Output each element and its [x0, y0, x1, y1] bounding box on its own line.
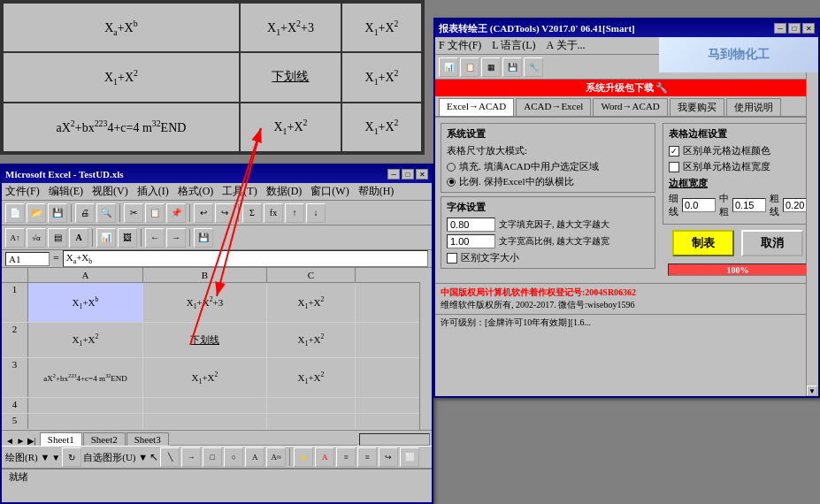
sort-asc-button[interactable]: ↑: [285, 203, 304, 223]
make-table-button[interactable]: 制表: [672, 230, 734, 256]
menu-data[interactable]: 数据(D): [266, 184, 303, 199]
border-btn[interactable]: ≡: [336, 447, 356, 467]
cell-a3[interactable]: aX2+bx2234+c=4 m32END: [28, 358, 143, 397]
bold-button[interactable]: A: [69, 228, 88, 248]
merge-btn[interactable]: ⬜: [400, 447, 419, 467]
save2-btn[interactable]: 💾: [194, 228, 213, 248]
sheet-tab-2[interactable]: Sheet2: [83, 432, 126, 446]
cell-c1[interactable]: X1+X2: [267, 283, 356, 322]
thin-input[interactable]: [682, 198, 716, 212]
cursor-btn[interactable]: ↖: [149, 451, 158, 464]
arrow-tool-btn[interactable]: →: [181, 447, 201, 467]
menu-format[interactable]: 格式(O): [178, 184, 214, 199]
img-button[interactable]: 🖼: [118, 228, 137, 248]
cell-b5[interactable]: [143, 414, 267, 429]
cell-c2[interactable]: X1+X2: [267, 323, 356, 357]
menu-view[interactable]: 视图(V): [92, 184, 128, 199]
align-btn[interactable]: ≡: [357, 447, 377, 467]
cad-close[interactable]: ✕: [802, 23, 815, 34]
tab-word-to-acad[interactable]: Word→ACAD: [593, 98, 667, 116]
open-button[interactable]: 📂: [27, 203, 46, 223]
tab-excel-to-acad[interactable]: Excel→ACAD: [439, 98, 514, 116]
sheet-tab-1[interactable]: Sheet1: [40, 432, 82, 446]
rect-btn[interactable]: □: [203, 447, 222, 467]
border-color-checkbox[interactable]: 区别单元格边框颜色: [669, 144, 807, 157]
menu-help[interactable]: 帮助(H): [358, 184, 395, 199]
line-btn[interactable]: ╲: [160, 447, 180, 467]
font-width-ratio-input[interactable]: [447, 234, 495, 248]
tab-acad-to-excel[interactable]: ACAD→Excel: [516, 98, 591, 116]
text-btn[interactable]: A: [245, 447, 264, 467]
cad-btn5[interactable]: 🔧: [524, 57, 543, 77]
fill-color-btn[interactable]: ▲: [294, 447, 313, 467]
formula-input[interactable]: Xa+Xb: [63, 250, 428, 267]
cad-btn2[interactable]: 📋: [460, 57, 479, 77]
wordart-btn[interactable]: A≈: [266, 447, 286, 467]
cell-b1[interactable]: X1+X2+3: [143, 283, 267, 322]
save-button[interactable]: 💾: [48, 203, 67, 223]
cad-btn1[interactable]: 📊: [439, 57, 458, 77]
cad-btn4[interactable]: 💾: [502, 57, 522, 77]
minimize-button[interactable]: ─: [387, 169, 400, 179]
form1-btn[interactable]: A↑: [5, 228, 25, 248]
cad-maximize[interactable]: □: [788, 23, 801, 34]
menu-insert[interactable]: 插入(I): [137, 184, 169, 199]
autoselect[interactable]: 自选图形(U) ▼: [83, 451, 148, 464]
sort-desc-button[interactable]: ↓: [306, 203, 326, 223]
menu-tools[interactable]: 工具(T): [222, 184, 257, 199]
select-btn[interactable]: ▼: [51, 453, 60, 462]
maximize-button[interactable]: □: [402, 169, 414, 179]
cell-c4[interactable]: [267, 398, 356, 413]
tab-buy[interactable]: 我要购买: [670, 98, 724, 116]
font-fill-factor-input[interactable]: [447, 218, 495, 232]
cad-menu-about[interactable]: A 关于...: [547, 38, 586, 53]
cell-a4[interactable]: [28, 398, 143, 413]
menu-file[interactable]: 文件(F): [5, 184, 40, 199]
col-header-b[interactable]: B: [143, 268, 267, 282]
sum-button[interactable]: Σ: [242, 203, 262, 223]
sheet-tab-3[interactable]: Sheet3: [126, 432, 169, 446]
fx-button[interactable]: fx: [264, 203, 283, 223]
chart-button[interactable]: 📊: [96, 228, 116, 248]
cad-btn3[interactable]: ▦: [481, 57, 501, 77]
indent-btn[interactable]: ↪: [379, 447, 398, 467]
rotate-btn[interactable]: ↻: [62, 447, 81, 467]
border-width-checkbox[interactable]: 区别单元格边框宽度: [669, 160, 807, 173]
cell-c3[interactable]: X1+X2: [267, 358, 356, 397]
paste-button[interactable]: 📌: [166, 203, 186, 223]
radio-fill[interactable]: 填充. 填满ACAD中用户选定区域: [447, 160, 649, 173]
right-btn[interactable]: →: [166, 228, 186, 248]
cancel-button[interactable]: 取消: [741, 230, 803, 256]
cell-a2[interactable]: X1+X2: [28, 323, 143, 357]
cell-reference[interactable]: A1: [5, 252, 50, 266]
col-header-a[interactable]: A: [28, 268, 143, 282]
preview-button[interactable]: 🔍: [96, 203, 116, 223]
left-btn[interactable]: ←: [145, 228, 165, 248]
redo-button[interactable]: ↪: [215, 203, 234, 223]
scrollbar-vertical[interactable]: [419, 282, 432, 430]
radio-ratio[interactable]: 比例. 保持Excel中的纵横比: [447, 175, 649, 188]
menu-edit[interactable]: 编辑(E): [49, 184, 83, 199]
cad-scrollbar[interactable]: ▲ ▼: [806, 37, 818, 396]
cell-b4[interactable]: [143, 398, 267, 413]
cell-a5[interactable]: [28, 414, 143, 429]
form2-btn[interactable]: √α: [27, 228, 46, 248]
font-size-checkbox[interactable]: 区别文字大小: [447, 251, 649, 264]
form3-btn[interactable]: ▤: [48, 228, 67, 248]
scrollbar-horizontal[interactable]: [359, 433, 430, 446]
tab-help[interactable]: 使用说明: [726, 98, 781, 116]
col-header-c[interactable]: C: [267, 268, 356, 282]
oval-btn[interactable]: ○: [224, 447, 243, 467]
copy-button[interactable]: 📋: [145, 203, 165, 223]
undo-button[interactable]: ↩: [194, 203, 213, 223]
cell-b2[interactable]: 下划线: [143, 323, 267, 357]
menu-window[interactable]: 窗口(W): [310, 184, 349, 199]
close-button[interactable]: ✕: [416, 169, 428, 179]
print-button[interactable]: 🖨: [75, 203, 95, 223]
medium-input[interactable]: [732, 198, 766, 212]
cell-c5[interactable]: [267, 414, 356, 429]
new-button[interactable]: 📄: [5, 203, 25, 223]
cad-menu-file[interactable]: F 文件(F): [439, 38, 481, 53]
cell-a1[interactable]: X1+Xb: [28, 283, 143, 322]
cad-minimize[interactable]: ─: [774, 23, 786, 34]
